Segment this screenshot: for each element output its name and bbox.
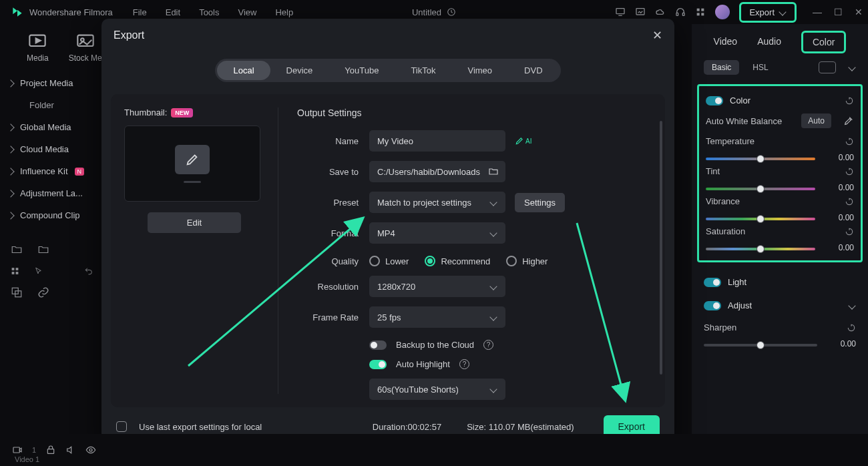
inspector-tab-video[interactable]: Video (714, 36, 738, 53)
adjust-toggle[interactable] (704, 301, 721, 310)
saturation-value: 0.00 (825, 243, 854, 252)
quality-higher-radio[interactable]: Higher (506, 256, 548, 266)
grid-icon[interactable] (11, 265, 19, 277)
cursor-icon[interactable] (34, 265, 43, 277)
export-tab-tiktok[interactable]: TikTok (395, 61, 451, 80)
sharpen-slider[interactable] (704, 344, 817, 346)
reset-icon[interactable] (845, 197, 854, 206)
color-toggle[interactable] (706, 96, 723, 105)
window-maximize-button[interactable]: ☐ (834, 7, 843, 17)
chevron-down-icon (489, 282, 497, 290)
menu-view[interactable]: View (238, 7, 256, 17)
edit-thumbnail-button[interactable]: Edit (148, 212, 241, 233)
sidebar-item-global-media[interactable]: Global Media (0, 116, 103, 138)
menu-tools[interactable]: Tools (199, 7, 219, 17)
menu-edit[interactable]: Edit (166, 7, 180, 17)
eyedropper-icon[interactable] (843, 115, 854, 126)
eye-icon[interactable] (85, 445, 96, 455)
export-tab-device[interactable]: Device (270, 61, 329, 80)
reset-icon[interactable] (845, 137, 854, 146)
image-icon[interactable] (635, 7, 646, 17)
highlight-preset-select[interactable]: 60s(YouTube Shorts) (369, 379, 505, 400)
name-input[interactable]: My Video (369, 130, 505, 152)
sidebar-item-folder[interactable]: Folder (0, 94, 103, 116)
format-select[interactable]: MP4 (369, 222, 505, 244)
folder-icon[interactable] (37, 244, 49, 256)
menu-help[interactable]: Help (275, 7, 293, 17)
chevron-down-icon[interactable] (848, 63, 855, 71)
subtab-basic[interactable]: Basic (704, 60, 739, 75)
user-avatar[interactable] (715, 5, 730, 19)
menu-file[interactable]: File (133, 7, 147, 17)
headphones-icon[interactable] (675, 7, 686, 17)
svg-rect-2 (636, 9, 644, 15)
window-close-button[interactable]: ✕ (855, 7, 863, 17)
sidebar-item-cloud-media[interactable]: Cloud Media (0, 138, 103, 160)
backup-cloud-toggle[interactable] (369, 340, 387, 350)
layers-icon[interactable] (11, 286, 23, 298)
tint-slider[interactable] (706, 188, 815, 190)
vibrance-slider[interactable] (706, 218, 815, 220)
preset-select[interactable]: Match to project settings (369, 192, 505, 213)
svg-rect-6 (702, 9, 704, 11)
export-tab-vimeo[interactable]: Vimeo (451, 61, 508, 80)
sidebar-item-adjustment-layer[interactable]: Adjustment La... (0, 182, 103, 204)
export-tab-youtube[interactable]: YouTube (329, 61, 395, 80)
subtab-hsl[interactable]: HSL (752, 63, 768, 72)
save-to-input[interactable]: C:/Users/habib/Downloads (369, 161, 505, 182)
sidebar-label: Cloud Media (20, 144, 69, 154)
svg-rect-8 (702, 13, 704, 15)
reset-icon[interactable] (847, 323, 856, 332)
light-toggle[interactable] (704, 278, 721, 287)
header-export-button[interactable]: Export (739, 2, 797, 23)
info-icon[interactable]: ? (459, 359, 469, 369)
thumbnail-preview[interactable] (124, 126, 260, 202)
window-minimize-button[interactable]: ― (813, 7, 822, 17)
chevron-icon[interactable] (848, 302, 855, 309)
lock-icon[interactable] (45, 445, 56, 455)
info-icon[interactable]: ? (483, 340, 493, 350)
folder-add-icon[interactable] (11, 244, 23, 256)
auto-white-balance-label: Auto White Balance (706, 116, 782, 126)
folder-icon[interactable] (488, 167, 499, 176)
track-label: Video 1 (15, 455, 39, 463)
tab-media[interactable]: Media (27, 33, 49, 63)
sidebar-item-influence-kit[interactable]: Influence KitN (0, 160, 103, 182)
camera-icon[interactable] (12, 445, 23, 455)
inspector-tab-audio[interactable]: Audio (757, 36, 781, 53)
close-button[interactable]: ✕ (652, 28, 662, 43)
quality-recommend-radio[interactable]: Recommend (425, 256, 490, 266)
saturation-slider[interactable] (706, 248, 815, 250)
export-tab-dvd[interactable]: DVD (508, 61, 558, 80)
mute-icon[interactable] (65, 445, 76, 455)
quality-lower-radio[interactable]: Lower (369, 256, 409, 266)
tab-stock-media[interactable]: Stock Me (69, 33, 102, 63)
svg-rect-5 (697, 9, 700, 11)
use-last-settings-checkbox[interactable] (116, 421, 127, 432)
cloud-icon[interactable] (655, 7, 666, 17)
compare-view-button[interactable] (819, 61, 836, 73)
history-icon[interactable] (447, 7, 456, 17)
monitor-icon[interactable] (615, 7, 626, 17)
ai-name-button[interactable]: AI (515, 136, 531, 146)
link-icon[interactable] (37, 286, 49, 298)
reset-icon[interactable] (845, 227, 854, 236)
chevron-down-icon (489, 198, 497, 206)
svg-rect-7 (697, 13, 700, 15)
sidebar-item-compound-clip[interactable]: Compound Clip (0, 204, 103, 226)
preset-settings-button[interactable]: Settings (515, 193, 565, 212)
reset-icon[interactable] (845, 167, 854, 176)
undo-icon[interactable] (84, 265, 93, 277)
reset-icon[interactable] (845, 96, 854, 105)
framerate-select[interactable]: 25 fps (369, 306, 505, 328)
inspector-tab-color[interactable]: Color (801, 31, 846, 53)
temperature-slider[interactable] (706, 158, 815, 160)
auto-button[interactable]: Auto (801, 113, 831, 128)
sidebar-item-project-media[interactable]: Project Media (0, 72, 103, 94)
export-tab-local[interactable]: Local (217, 61, 270, 80)
auto-highlight-toggle[interactable] (369, 360, 387, 369)
scrollbar-thumb[interactable] (660, 121, 662, 375)
apps-icon[interactable] (695, 7, 706, 17)
use-last-settings-label: Use last export settings for local (139, 422, 262, 432)
resolution-select[interactable]: 1280x720 (369, 276, 505, 297)
